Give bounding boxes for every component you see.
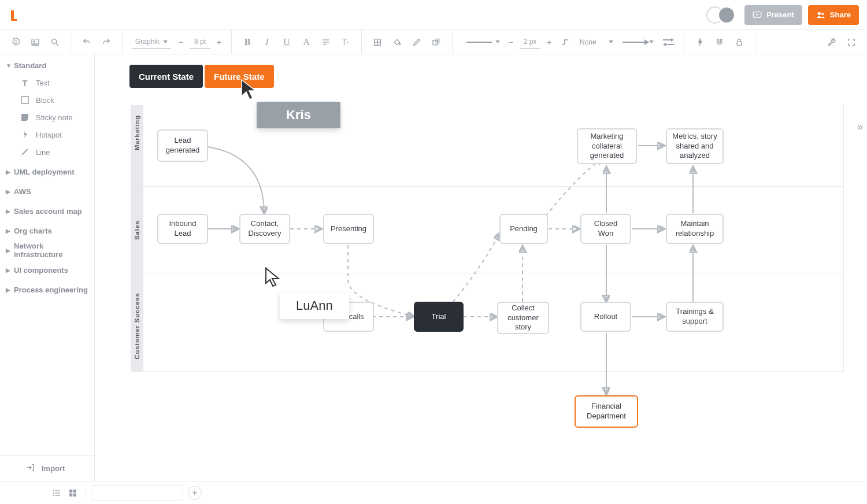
people-icon [816,10,825,20]
align-icon[interactable] [317,34,335,51]
swap-endpoints-icon[interactable] [659,34,677,51]
node-collect-story[interactable]: Collect customer story [497,302,549,334]
shape-style-icon[interactable] [428,34,445,51]
import-button[interactable]: Import [0,455,94,481]
bucket-icon[interactable] [388,34,406,51]
font-size-decrease[interactable]: − [176,34,186,51]
line-width-increase[interactable]: + [544,34,554,51]
svg-point-2 [821,13,824,15]
bold-icon[interactable]: B [239,34,256,51]
sidebar-section-standard[interactable]: ▼ Standard [0,57,94,74]
border-color-icon[interactable] [408,34,425,51]
wrench-icon[interactable] [823,34,840,51]
right-panel-toggle[interactable]: » [853,118,867,135]
line-width-decrease[interactable]: − [506,34,516,51]
clear-format-icon[interactable]: T× [337,34,354,51]
redo-icon[interactable] [98,34,115,51]
line-style-select[interactable] [461,40,502,43]
search-icon[interactable] [46,34,64,51]
collaborator-tag-luann: LuAnn [280,292,349,319]
node-presenting[interactable]: Presenting [323,214,374,244]
undo-icon[interactable] [78,34,95,51]
sidebar-section-sales-map[interactable]: ▶Sales account map [0,202,94,220]
node-lead-generated[interactable]: Lead generated [157,129,208,162]
node-contact-discovery[interactable]: Contact, Discovery [239,214,290,244]
node-financial-department[interactable]: Financial Department [575,395,638,428]
node-marketing-collateral[interactable]: Marketing collateral generated [577,128,637,164]
sidebar-section-process-eng[interactable]: ▶Process engineering [0,281,94,298]
image-icon[interactable] [27,34,44,51]
lock-icon[interactable] [731,34,748,51]
swimlane-label-sales: Sales [134,223,140,240]
font-family-select[interactable]: Graphik [132,36,171,49]
node-pending[interactable]: Pending [499,214,548,244]
shape-sticky-note[interactable]: Sticky note [0,109,94,126]
canvas[interactable]: Current State Future State Marketing Sal… [95,54,867,481]
lane-divider [131,371,844,372]
settings-icon[interactable] [7,34,24,51]
node-inbound-lead[interactable]: Inbound Lead [157,214,208,244]
page-tab[interactable] [91,486,183,501]
sidebar-section-network[interactable]: ▶Network infrastructure [0,242,94,259]
node-rollout[interactable]: Rollout [580,302,631,332]
font-family-value: Graphik [135,38,160,46]
sidebar-section-org-charts[interactable]: ▶Org charts [0,222,94,239]
fullscreen-icon[interactable] [843,34,860,51]
svg-point-36 [53,490,54,491]
svg-point-37 [53,492,54,494]
svg-point-5 [52,39,57,43]
collaborator-avatars[interactable] [706,6,735,24]
chevron-down-icon [649,40,654,43]
svg-rect-16 [737,42,742,45]
shapes-sidebar: ▼ Standard T Text Block Sticky note Hots… [0,54,95,481]
shape-block[interactable]: Block [0,91,94,109]
add-page-button[interactable]: + [188,486,202,500]
svg-point-13 [399,43,401,45]
chevron-right-icon: ▶ [6,169,10,175]
italic-icon[interactable]: I [258,34,276,51]
action-icon[interactable] [691,34,709,51]
svg-rect-41 [69,493,72,496]
line-width-input[interactable]: 2 px [520,36,540,49]
shape-text[interactable]: T Text [0,74,94,91]
layer-tab-current-state[interactable]: Current State [129,65,203,88]
line-routing-icon[interactable] [557,34,574,51]
chevron-right-icon: ▶ [6,247,10,254]
layer-tab-future-state[interactable]: Future State [205,65,274,88]
import-icon [25,463,35,474]
magnet-icon[interactable] [711,34,728,51]
line-end-select[interactable] [620,39,656,45]
font-size-increase[interactable]: + [214,34,224,51]
block-icon [20,96,30,104]
list-view-icon[interactable] [49,485,65,501]
underline-icon[interactable]: U [278,34,295,51]
formatting-toolbar: Graphik − 8 pt + B I U A T× − 2 px + Non… [0,30,867,54]
line-start-select[interactable]: None [577,38,616,46]
node-trial[interactable]: Trial [414,302,464,332]
node-closed-won[interactable]: Closed Won [580,214,631,244]
play-slideshow-icon [753,10,762,20]
share-button[interactable]: Share [808,5,859,25]
node-metrics-story[interactable]: Metrics, story shared and analyzed [666,128,724,164]
chevron-down-icon [609,40,613,43]
svg-point-38 [53,495,54,496]
avatar[interactable] [718,6,735,24]
text-color-icon[interactable]: A [298,34,315,51]
node-maintain-relationship[interactable]: Maintain relationship [666,214,724,244]
svg-rect-42 [73,493,76,496]
lane-divider [843,105,844,371]
lane-divider [143,273,844,273]
chevron-right-icon: ▶ [6,208,10,214]
sidebar-section-ui-components[interactable]: ▶UI components [0,261,94,279]
present-button[interactable]: Present [744,5,802,25]
shape-hotspot[interactable]: Hotspot [0,126,94,143]
svg-line-18 [22,149,28,155]
sidebar-section-aws[interactable]: ▶AWS [0,183,94,200]
fill-icon[interactable] [369,34,386,51]
svg-point-4 [34,40,35,42]
node-trainings-support[interactable]: Trainings & support [666,302,724,332]
sidebar-section-uml[interactable]: ▶UML deployment [0,163,94,180]
font-size-input[interactable]: 8 pt [190,36,210,49]
grid-view-icon[interactable] [65,485,81,501]
shape-line[interactable]: Line [0,143,94,161]
